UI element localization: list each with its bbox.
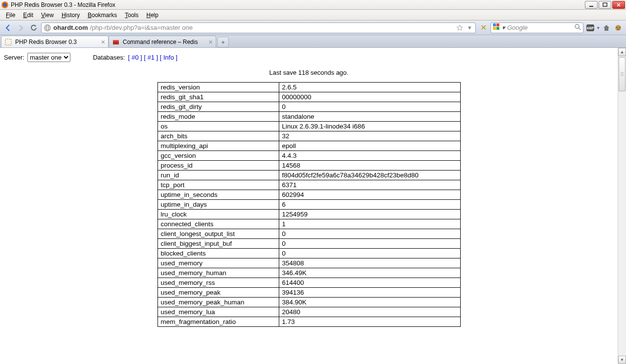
menu-view[interactable]: View [37,11,58,20]
google-favicon [493,23,500,32]
menu-file[interactable]: File [2,11,19,20]
tab-close-icon[interactable]: × [101,38,105,46]
maximize-button[interactable] [599,1,611,9]
svg-rect-18 [113,40,119,42]
abp-icon[interactable]: ABP [585,23,595,33]
svg-point-14 [617,27,618,28]
svg-rect-9 [496,27,499,30]
svg-rect-2 [589,6,593,7]
new-tab-button[interactable]: + [217,37,229,47]
monkey-icon[interactable] [613,23,623,33]
back-button[interactable] [3,22,14,33]
dropdown-icon[interactable]: ▾ [466,24,473,32]
reload-button[interactable] [28,22,39,33]
tab-close-icon[interactable]: × [209,38,213,46]
window-title: PHP Redis Browser 0.3 - Mozilla Firefox [11,1,115,8]
menu-history[interactable]: History [58,11,84,20]
svg-point-1 [3,3,7,6]
search-placeholder: Google [507,24,573,31]
home-icon[interactable] [602,23,611,33]
svg-rect-16 [5,39,11,45]
menu-edit[interactable]: Edit [19,11,37,20]
close-button[interactable] [612,1,625,9]
url-domain: ohardt.com [53,24,88,31]
tab-title: Command reference – Redis [123,39,198,45]
svg-text:ABP: ABP [587,26,594,30]
favicon-icon [112,38,120,46]
globe-icon [44,24,51,32]
url-path: /php-rb/dev.php?a=i&sa=master one [90,24,193,31]
tab-strip: PHP Redis Browser 0.3×Command reference … [0,35,626,48]
favicon-icon [4,38,12,46]
forward-button[interactable] [16,22,26,33]
search-icon[interactable] [575,24,581,32]
menu-help[interactable]: Help [142,11,162,20]
svg-point-15 [619,27,620,28]
menu-bookmarks[interactable]: Bookmarks [84,11,121,20]
svg-point-13 [615,25,621,31]
menubar: FileEditViewHistoryBookmarksToolsHelp [0,10,626,21]
svg-rect-7 [496,23,499,26]
minimize-button[interactable] [585,1,598,9]
svg-rect-6 [493,23,496,26]
url-bar[interactable]: ohardt.com/php-rb/dev.php?a=i&sa=master … [41,22,476,33]
svg-point-10 [575,24,579,28]
tab-1[interactable]: Command reference – Redis× [109,36,216,47]
search-dropdown-icon[interactable]: ▾ [502,24,505,31]
bookmark-star-icon[interactable] [456,24,464,32]
svg-rect-3 [603,3,607,6]
menu-tools[interactable]: Tools [121,11,142,20]
firefox-icon [1,1,9,9]
abp-dropdown-icon[interactable]: ▾ [597,25,600,30]
search-bar[interactable]: ▾ Google [491,22,583,33]
titlebar: PHP Redis Browser 0.3 - Mozilla Firefox [0,0,626,10]
nav-toolbar: ohardt.com/php-rb/dev.php?a=i&sa=master … [0,21,626,35]
tab-0[interactable]: PHP Redis Browser 0.3× [1,36,109,47]
stop-button[interactable]: ✕ [478,22,489,33]
tab-title: PHP Redis Browser 0.3 [15,39,77,45]
svg-rect-8 [493,27,496,30]
